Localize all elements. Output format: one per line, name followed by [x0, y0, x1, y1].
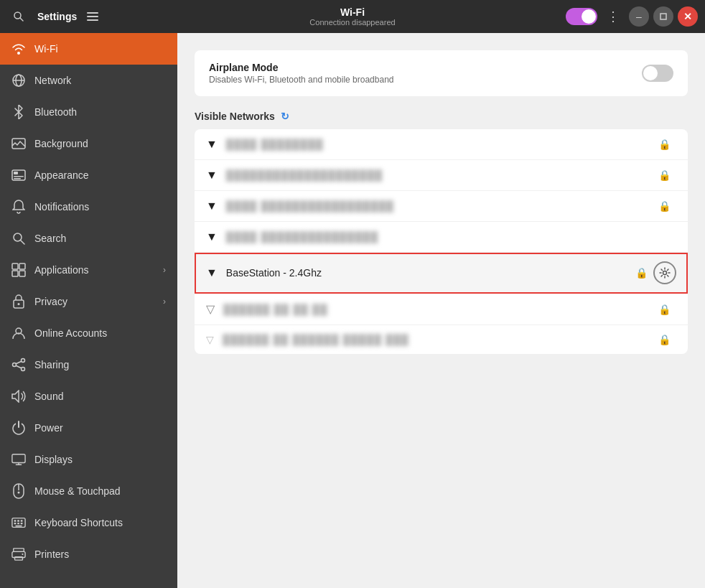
printers-icon	[11, 547, 26, 561]
network-name: ████ ████████	[226, 139, 658, 150]
sidebar-item-search[interactable]: Search	[0, 223, 177, 254]
svg-rect-2	[87, 12, 98, 14]
visible-networks-header: Visible Networks ↻	[195, 111, 688, 122]
power-icon	[11, 421, 26, 435]
airplane-mode-row: Airplane Mode Disables Wi-Fi, Bluetooth …	[195, 50, 688, 96]
applications-chevron: ›	[163, 265, 166, 275]
sidebar-item-keyboard[interactable]: Keyboard Shortcuts	[0, 507, 177, 538]
network-row-basestation[interactable]: ▼ BaseStation - 2.4Ghz 🔒 ◀	[195, 253, 688, 294]
sidebar-item-background[interactable]: Background	[0, 128, 177, 159]
sidebar-item-applications[interactable]: Applications ›	[0, 254, 177, 286]
titlebar-controls: ⋮ – ✕	[566, 5, 698, 28]
svg-line-15	[21, 241, 24, 244]
applications-icon	[11, 263, 26, 277]
sidebar-item-bluetooth-label: Bluetooth	[34, 106, 77, 118]
network-row[interactable]: ▼ ████████████████████ 🔒	[195, 160, 688, 191]
airplane-mode-info: Airplane Mode Disables Wi-Fi, Bluetooth …	[209, 62, 642, 85]
wifi-signal-icon: ▽	[206, 334, 214, 345]
svg-rect-19	[19, 271, 25, 276]
sidebar: Wi-Fi Network Bluetooth	[0, 33, 177, 588]
airplane-mode-toggle[interactable]	[642, 65, 673, 82]
sharing-icon	[11, 358, 26, 372]
sidebar-item-network-label: Network	[34, 75, 71, 86]
airplane-mode-description: Disables Wi-Fi, Bluetooth and mobile bro…	[209, 75, 642, 85]
sidebar-item-displays-label: Displays	[34, 454, 73, 465]
sidebar-item-mouse-touchpad-label: Mouse & Touchpad	[34, 485, 121, 497]
svg-point-23	[13, 363, 17, 367]
svg-point-25	[22, 368, 25, 371]
sidebar-item-sharing[interactable]: Sharing	[0, 349, 177, 381]
network-row[interactable]: ▼ ████ █████████████████ 🔒	[195, 191, 688, 222]
svg-rect-39	[17, 523, 19, 524]
svg-rect-44	[15, 557, 23, 561]
wifi-toggle[interactable]	[566, 8, 597, 25]
sidebar-item-search-label: Search	[34, 233, 66, 244]
refresh-button[interactable]: ↻	[281, 111, 289, 122]
sidebar-item-power[interactable]: Power	[0, 412, 177, 444]
network-row[interactable]: ▼ ████ ███████████████	[195, 222, 688, 253]
svg-rect-18	[12, 271, 18, 276]
svg-line-1	[20, 18, 23, 21]
appearance-icon	[11, 168, 26, 182]
svg-point-14	[14, 233, 22, 241]
network-row[interactable]: ▼ ████ ████████ 🔒	[195, 129, 688, 160]
sidebar-item-bluetooth[interactable]: Bluetooth	[0, 96, 177, 128]
search-button[interactable]	[7, 5, 30, 28]
sidebar-item-printers[interactable]: Printers	[0, 538, 177, 570]
network-name: ██████ ██ ██ ██	[223, 304, 658, 315]
wifi-title: Wi-Fi	[309, 6, 395, 18]
sidebar-item-network[interactable]: Network	[0, 65, 177, 96]
visible-networks-label: Visible Networks	[195, 111, 275, 122]
wifi-signal-icon: ▼	[206, 169, 218, 182]
wifi-icon	[11, 42, 26, 56]
airplane-mode-card: Airplane Mode Disables Wi-Fi, Bluetooth …	[195, 50, 688, 96]
wifi-signal-icon: ▼	[206, 230, 218, 243]
network-name: ████████████████████	[226, 169, 658, 181]
sidebar-item-privacy-label: Privacy	[34, 296, 67, 307]
search-icon	[11, 231, 26, 246]
svg-point-21	[18, 303, 20, 305]
menu-button[interactable]	[81, 5, 104, 28]
svg-line-27	[16, 365, 22, 368]
network-name: ████ ███████████████	[226, 231, 676, 243]
sidebar-item-sound[interactable]: Sound	[0, 381, 177, 412]
lock-icon: 🔒	[658, 139, 671, 150]
maximize-button[interactable]	[653, 6, 673, 27]
svg-rect-11	[14, 172, 18, 174]
sidebar-item-notifications-label: Notifications	[34, 201, 89, 213]
sidebar-item-background-label: Background	[34, 138, 88, 149]
network-icon	[11, 73, 26, 88]
background-icon	[11, 136, 26, 151]
svg-rect-40	[21, 523, 23, 524]
network-row[interactable]: ▽ ██████ ██ ██████ █████ ███ 🔒	[195, 325, 688, 354]
sidebar-item-power-label: Power	[34, 422, 63, 434]
sound-icon	[11, 389, 26, 403]
wifi-signal-icon: ▼	[206, 200, 218, 213]
network-row[interactable]: ▽ ██████ ██ ██ ██ 🔒	[195, 294, 688, 325]
close-button[interactable]: ✕	[678, 6, 698, 27]
svg-rect-4	[87, 19, 98, 21]
more-options-button[interactable]: ⋮	[602, 5, 625, 28]
svg-rect-12	[14, 176, 24, 177]
minimize-button[interactable]: –	[629, 6, 649, 27]
wifi-signal-icon: ▽	[206, 302, 215, 316]
sidebar-item-privacy[interactable]: Privacy ›	[0, 286, 177, 317]
content-area: Airplane Mode Disables Wi-Fi, Bluetooth …	[177, 33, 705, 588]
svg-point-33	[18, 492, 20, 494]
network-name: ██████ ██ ██████ █████ ███	[223, 334, 658, 345]
sidebar-item-wifi[interactable]: Wi-Fi	[0, 33, 177, 65]
network-settings-button[interactable]	[653, 261, 676, 284]
network-name: ████ █████████████████	[226, 200, 658, 212]
sidebar-item-online-accounts[interactable]: Online Accounts	[0, 317, 177, 349]
sidebar-item-wifi-label: Wi-Fi	[34, 43, 58, 55]
sidebar-item-mouse-touchpad[interactable]: Mouse & Touchpad	[0, 475, 177, 507]
titlebar: Settings Wi-Fi Connection disappeared ⋮ …	[0, 0, 705, 33]
lock-icon: 🔒	[635, 267, 648, 279]
online-accounts-icon	[11, 326, 26, 340]
wifi-subtitle: Connection disappeared	[309, 18, 395, 27]
svg-rect-17	[19, 263, 25, 269]
sidebar-item-appearance[interactable]: Appearance	[0, 159, 177, 191]
sidebar-item-displays[interactable]: Displays	[0, 444, 177, 475]
notifications-icon	[11, 200, 26, 214]
sidebar-item-notifications[interactable]: Notifications	[0, 191, 177, 223]
